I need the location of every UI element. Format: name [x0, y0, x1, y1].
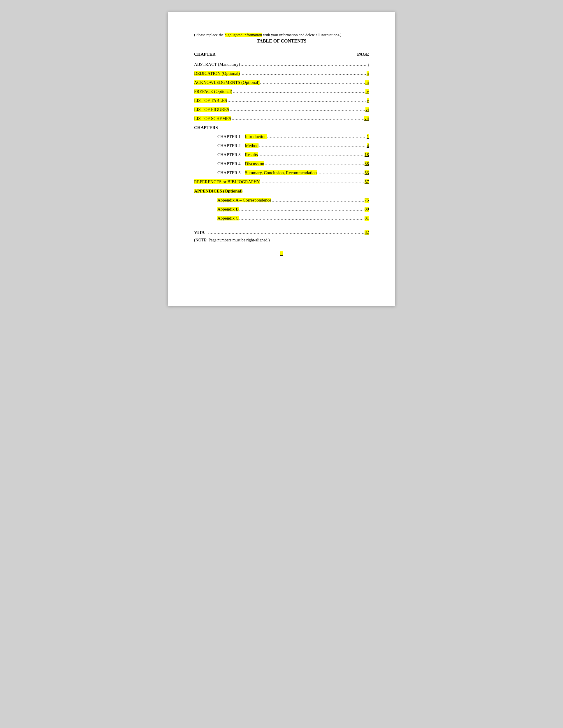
acknowledgments-dots [260, 80, 365, 85]
abstract-dots [241, 62, 367, 67]
toc-entry-abstract: ABSTRACT (Mandatory) i [194, 62, 369, 67]
toc-entry-list-of-schemes: LIST OF SCHEMES vii [194, 116, 369, 121]
dedication-page: ii [367, 71, 369, 76]
list-of-figures-dots [230, 107, 365, 112]
references-page: 57 [365, 179, 369, 184]
abstract-label: ABSTRACT (Mandatory) [194, 62, 240, 67]
toc-entry-list-of-tables: LIST OF TABLES v [194, 98, 369, 103]
note-line: (NOTE: Page numbers must be right-aligne… [194, 238, 369, 243]
chapter5-dots [317, 170, 364, 175]
toc-entry-appendix-c: Appendix C 81 [194, 216, 369, 221]
list-of-tables-label: LIST OF TABLES [194, 98, 227, 103]
toc-entry-acknowledgments: ACKNOWLEDGMENTS (Optional) iii [194, 80, 369, 85]
appendix-b-label: Appendix B [217, 207, 239, 212]
toc-entry-appendix-a: Appendix A – Correspondence 75 [194, 198, 369, 203]
page-header: PAGE [357, 52, 369, 57]
instruction-text-before: (Please replace the [194, 33, 225, 37]
acknowledgments-page: iii [365, 80, 369, 85]
list-of-tables-dots [227, 98, 366, 103]
preface-label: PREFACE (Optional) [194, 89, 232, 94]
appendix-a-page: 75 [365, 198, 369, 203]
toc-entry-references: REFERENCES or BIBLIOGRAPHY 57 [194, 179, 369, 184]
appendix-b-dots [239, 207, 364, 212]
appendix-c-page: 81 [365, 216, 369, 221]
references-label: REFERENCES or BIBLIOGRAPHY [194, 179, 260, 184]
page-number-area: ii [194, 251, 369, 256]
vita-dots [208, 230, 364, 235]
abstract-page: i [368, 62, 369, 67]
chapter3-dots [258, 152, 364, 157]
appendices-header: APPENDICES (Optional) [194, 188, 369, 194]
dedication-label: DEDICATION (Optional) [194, 71, 240, 76]
chapter4-dots [264, 161, 364, 166]
chapter3-page: 18 [365, 152, 369, 157]
chapter5-label: CHAPTER 5 – Summary, Conclusion, Recomme… [217, 170, 317, 175]
appendices-header-text: APPENDICES (Optional) [194, 189, 242, 193]
current-page-number: ii [280, 251, 283, 256]
preface-dots [233, 89, 365, 94]
vita-page: 82 [365, 230, 369, 235]
toc-entry-appendix-b: Appendix B 80 [194, 207, 369, 212]
appendix-b-page: 80 [365, 207, 369, 212]
chapters-section-header: CHAPTERS [194, 125, 369, 130]
list-of-tables-page: v [367, 98, 369, 103]
chapter-header: CHAPTER [194, 52, 215, 57]
chapter2-dots [259, 143, 366, 148]
toc-entry-chapter5: CHAPTER 5 – Summary, Conclusion, Recomme… [194, 170, 369, 175]
page-title: TABLE OF CONTENTS [194, 38, 369, 44]
acknowledgments-label: ACKNOWLEDGMENTS (Optional) [194, 80, 259, 85]
document-page: (Please replace the highlighted informat… [168, 12, 395, 306]
references-dots [260, 179, 364, 184]
appendix-c-label: Appendix C [217, 216, 239, 221]
dedication-dots [240, 71, 366, 76]
toc-entry-chapter3: CHAPTER 3 – Results 18 [194, 152, 369, 157]
chapter4-label: CHAPTER 4 – Discussion [217, 161, 264, 166]
instruction-text-after: with your information and delete all ins… [262, 33, 341, 37]
toc-entry-preface: PREFACE (Optional) iv [194, 89, 369, 94]
vita-row: VITA 82 [194, 230, 369, 235]
toc-entry-dedication: DEDICATION (Optional) ii [194, 71, 369, 76]
instruction-line: (Please replace the highlighted informat… [194, 33, 369, 37]
list-of-schemes-dots [232, 116, 364, 121]
chapter1-dots [267, 134, 366, 139]
toc-header-row: CHAPTER PAGE [194, 52, 369, 57]
toc-entry-chapter1: CHAPTER 1 – Introduction 1 [194, 134, 369, 139]
list-of-schemes-page: vii [364, 116, 369, 121]
list-of-schemes-label: LIST OF SCHEMES [194, 116, 231, 121]
list-of-figures-label: LIST OF FIGURES [194, 107, 229, 112]
instruction-highlight: highlighted information [225, 33, 262, 37]
vita-label: VITA [194, 230, 204, 235]
list-of-figures-page: vi [366, 107, 369, 112]
chapter4-page: 38 [365, 161, 369, 166]
chapter2-label: CHAPTER 2 – Method [217, 143, 258, 148]
appendix-a-dots [272, 198, 364, 203]
chapter1-page: 1 [367, 134, 369, 139]
chapter2-page: 4 [367, 143, 369, 148]
preface-page: iv [366, 89, 369, 94]
appendix-c-dots [239, 216, 364, 221]
chapter5-page: 53 [365, 170, 369, 175]
appendix-a-label: Appendix A – Correspondence [217, 198, 271, 203]
toc-entry-list-of-figures: LIST OF FIGURES vi [194, 107, 369, 112]
toc-entry-chapter4: CHAPTER 4 – Discussion 38 [194, 161, 369, 166]
chapter3-label: CHAPTER 3 – Results [217, 152, 258, 157]
toc-entry-chapter2: CHAPTER 2 – Method 4 [194, 143, 369, 148]
chapter1-label: CHAPTER 1 – Introduction [217, 134, 266, 139]
